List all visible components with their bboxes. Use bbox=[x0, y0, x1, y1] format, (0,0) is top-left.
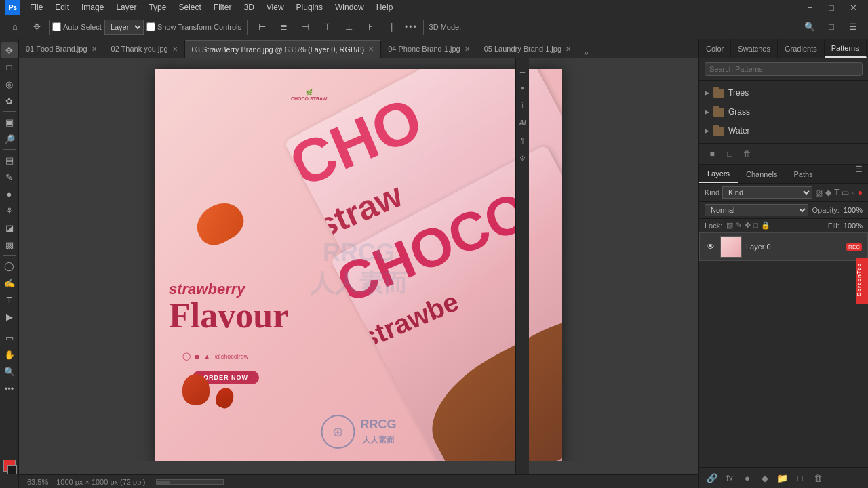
add-adjustment-btn[interactable]: ◆ bbox=[757, 470, 772, 485]
search-patterns-input[interactable] bbox=[705, 62, 863, 76]
lock-position-icon[interactable]: ✥ bbox=[745, 221, 751, 230]
close-tab-3[interactable]: ✕ bbox=[465, 45, 470, 53]
lock-artboard-icon[interactable]: □ bbox=[753, 221, 758, 230]
tab-patterns[interactable]: Patterns bbox=[825, 39, 867, 58]
lock-brush-icon[interactable]: ✎ bbox=[736, 221, 742, 230]
menu-window[interactable]: Window bbox=[330, 1, 370, 14]
filter-smartobj-icon[interactable]: ▫ bbox=[852, 188, 854, 197]
tab-laundry-brand[interactable]: 05 Laundry Brand 1.jpg ✕ bbox=[477, 40, 578, 58]
close-tab-2[interactable]: ✕ bbox=[368, 45, 374, 53]
tab-phone-brand[interactable]: 04 Phone Brand 1.jpg ✕ bbox=[381, 40, 477, 58]
hand-tool[interactable]: ✋ bbox=[1, 346, 18, 363]
panel-icon-ai[interactable]: AI bbox=[517, 117, 529, 129]
menu-3d[interactable]: 3D bbox=[238, 1, 259, 14]
tab-color[interactable]: Color bbox=[699, 39, 731, 58]
dodge-tool[interactable]: ◯ bbox=[1, 258, 18, 274]
shape-tool[interactable]: ▭ bbox=[1, 329, 18, 346]
tab-swatches[interactable]: Swatches bbox=[731, 39, 778, 58]
menu-help[interactable]: Help bbox=[371, 1, 399, 14]
menu-select[interactable]: Select bbox=[173, 1, 206, 14]
tab-strawberry-brand[interactable]: 03 StrawBerry Brand.jpg @ 63.5% (Layer 0… bbox=[185, 40, 382, 58]
menu-layer[interactable]: Layer bbox=[111, 1, 142, 14]
pen-tool[interactable]: ✍ bbox=[1, 274, 18, 291]
brush-tool[interactable]: ✎ bbox=[1, 169, 18, 185]
filter-adjustment-icon[interactable]: ◆ bbox=[825, 188, 831, 197]
close-tab-0[interactable]: ✕ bbox=[92, 45, 97, 53]
tab-channels[interactable]: Channels bbox=[738, 165, 785, 183]
menu-plugins[interactable]: Plugins bbox=[291, 1, 328, 14]
layer-select[interactable]: Layer bbox=[104, 20, 144, 35]
add-mask-btn[interactable]: ● bbox=[740, 470, 755, 485]
add-layer-btn[interactable]: □ bbox=[793, 470, 808, 485]
panel-icon-2[interactable]: ● bbox=[517, 81, 529, 94]
path-select-tool[interactable]: ▶ bbox=[1, 308, 18, 325]
tab-gradients[interactable]: Gradients bbox=[778, 39, 825, 58]
panel-icon-settings[interactable]: ⚙ bbox=[517, 152, 529, 164]
search-button[interactable]: 🔍 bbox=[800, 18, 819, 37]
more-tabs[interactable]: » bbox=[578, 48, 594, 58]
delete-layer-btn[interactable]: 🗑 bbox=[810, 470, 825, 485]
pattern-item-water[interactable]: ▶ Water bbox=[699, 121, 868, 140]
filter-select[interactable]: Kind bbox=[722, 186, 812, 199]
eyedropper-tool[interactable]: 🔎 bbox=[1, 131, 18, 147]
panel-icon-info[interactable]: i bbox=[517, 99, 529, 111]
move-tool-btn[interactable]: ✥ bbox=[27, 18, 46, 37]
lock-all-icon[interactable]: 🔒 bbox=[761, 221, 770, 230]
add-group-btn[interactable]: 📁 bbox=[775, 470, 790, 485]
menu-edit[interactable]: Edit bbox=[50, 1, 75, 14]
history-brush-tool[interactable]: ⚘ bbox=[1, 203, 18, 219]
panel-icon-1[interactable]: ☰ bbox=[517, 64, 529, 76]
selection-tool[interactable]: □ bbox=[1, 59, 18, 75]
screentec-bar[interactable]: ScreenTec bbox=[856, 258, 868, 304]
home-button[interactable]: ⌂ bbox=[5, 18, 24, 37]
show-transform-checkbox[interactable] bbox=[146, 22, 155, 31]
new-pattern-btn[interactable]: □ bbox=[722, 146, 737, 161]
filter-pixel-icon[interactable]: ▧ bbox=[815, 188, 823, 197]
extra-tools[interactable]: ••• bbox=[1, 380, 18, 396]
healing-brush-tool[interactable]: ▤ bbox=[1, 152, 18, 168]
magic-wand-tool[interactable]: ✿ bbox=[1, 93, 18, 109]
delete-pattern-btn[interactable]: 🗑 bbox=[740, 146, 755, 161]
pattern-item-trees[interactable]: ▶ Trees bbox=[699, 83, 868, 102]
background-color[interactable] bbox=[7, 465, 17, 474]
align-center-v-btn[interactable]: ≣ bbox=[275, 18, 294, 37]
menu-file[interactable]: File bbox=[24, 1, 48, 14]
close-tab-1[interactable]: ✕ bbox=[172, 45, 178, 53]
close-tab-4[interactable]: ✕ bbox=[566, 45, 571, 53]
align-bottom-btn[interactable]: ⊦ bbox=[361, 18, 380, 37]
link-layers-btn[interactable]: 🔗 bbox=[705, 470, 719, 485]
filter-shape-icon[interactable]: ▭ bbox=[842, 188, 849, 197]
canvas-area[interactable]: CHOstraw CHOCOstrawbe bbox=[19, 58, 698, 474]
crop-tool[interactable]: ▣ bbox=[1, 114, 18, 130]
align-left-btn[interactable]: ⊢ bbox=[253, 18, 272, 37]
artwork-canvas[interactable]: CHOstraw CHOCOstrawbe bbox=[155, 69, 562, 461]
blend-mode-select[interactable]: Normal bbox=[705, 204, 808, 216]
layer-row-0[interactable]: 👁 Layer 0 REC bbox=[699, 232, 868, 261]
menu-type[interactable]: Type bbox=[143, 1, 172, 14]
tab-layers[interactable]: Layers bbox=[699, 165, 738, 183]
layout-btn[interactable]: ☰ bbox=[844, 18, 863, 37]
distribute-btn[interactable]: ∥ bbox=[383, 18, 402, 37]
panel-icon-para[interactable]: ¶ bbox=[517, 134, 529, 146]
lasso-tool[interactable]: ◎ bbox=[1, 76, 18, 92]
align-center-h-btn[interactable]: ⊥ bbox=[340, 18, 359, 37]
align-right-btn[interactable]: ⊣ bbox=[296, 18, 315, 37]
menu-view[interactable]: View bbox=[261, 1, 290, 14]
menu-image[interactable]: Image bbox=[76, 1, 109, 14]
align-top-btn[interactable]: ⊤ bbox=[318, 18, 337, 37]
zoom-tool[interactable]: 🔍 bbox=[1, 363, 18, 380]
more-options[interactable]: ••• bbox=[405, 22, 418, 32]
new-group-btn[interactable]: ■ bbox=[705, 146, 719, 161]
layers-menu-btn[interactable]: ☰ bbox=[850, 165, 868, 183]
tab-food-brand[interactable]: 01 Food Brand.jpg ✕ bbox=[19, 40, 104, 58]
lock-transparent-icon[interactable]: ▨ bbox=[726, 221, 733, 230]
scroll-bar[interactable] bbox=[156, 479, 224, 485]
gradient-tool[interactable]: ▩ bbox=[1, 237, 18, 253]
menu-filter[interactable]: Filter bbox=[208, 1, 237, 14]
clone-tool[interactable]: ● bbox=[1, 186, 18, 202]
eraser-tool[interactable]: ◪ bbox=[1, 220, 18, 236]
add-style-btn[interactable]: fx bbox=[722, 470, 737, 485]
move-tool[interactable]: ✥ bbox=[1, 42, 18, 58]
filter-type-icon[interactable]: T bbox=[834, 188, 839, 197]
filter-toggle[interactable]: ● bbox=[858, 188, 863, 197]
